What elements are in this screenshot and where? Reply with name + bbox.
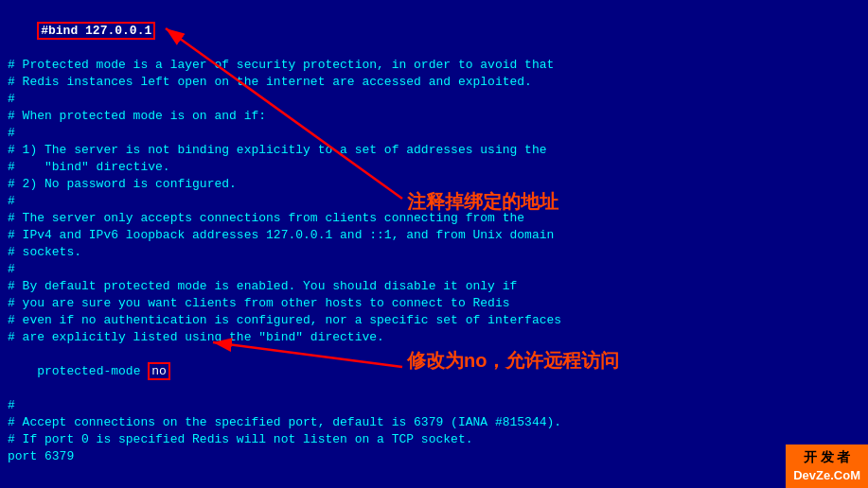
protected-mode-label: protected-mode — [37, 364, 148, 378]
annotation-protected-mode: 修改为no，允许远程访问 — [407, 348, 619, 374]
line-comment-2: # Protected mode is a layer of security … — [8, 57, 860, 74]
line-comment-18: # are explicitly listed using the "bind"… — [8, 329, 860, 346]
line-comment-7: # 1) The server is not binding explicitl… — [8, 142, 860, 159]
line-comment-6: # — [8, 125, 860, 142]
bind-highlight: #bind 127.0.0.1 — [37, 22, 155, 40]
line-comment-8: # "bind" directive. — [8, 159, 860, 176]
line-comment-15: # By default protected mode is enabled. … — [8, 278, 860, 295]
line-comment-21: # Accept connections on the specified po… — [8, 414, 860, 431]
line-comment-16: # you are sure you want clients from oth… — [8, 295, 860, 312]
watermark-line2: DevZe.CoM — [793, 467, 860, 484]
line-comment-14: # — [8, 261, 860, 278]
protected-mode-value: no — [148, 362, 170, 380]
line-bind: #bind 127.0.0.1 — [8, 6, 860, 57]
line-comment-4: # — [8, 91, 860, 108]
line-comment-13: # sockets. — [8, 244, 860, 261]
watermark-line1: 开 发 者 — [793, 448, 860, 467]
line-comment-5: # When protected mode is on and if: — [8, 108, 860, 125]
line-comment-3: # Redis instances left open on the inter… — [8, 74, 860, 91]
annotation-bind: 注释掉绑定的地址 — [407, 189, 558, 215]
line-comment-22: # If port 0 is specified Redis will not … — [8, 431, 860, 448]
line-port: port 6379 — [8, 448, 860, 465]
line-comment-20: # — [8, 397, 860, 414]
line-comment-12: # IPv4 and IPv6 loopback addresses 127.0… — [8, 227, 860, 244]
terminal: #bind 127.0.0.1 # Protected mode is a la… — [0, 0, 868, 488]
line-comment-17: # even if no authentication is configure… — [8, 312, 860, 329]
watermark: 开 发 者 DevZe.CoM — [786, 444, 868, 488]
